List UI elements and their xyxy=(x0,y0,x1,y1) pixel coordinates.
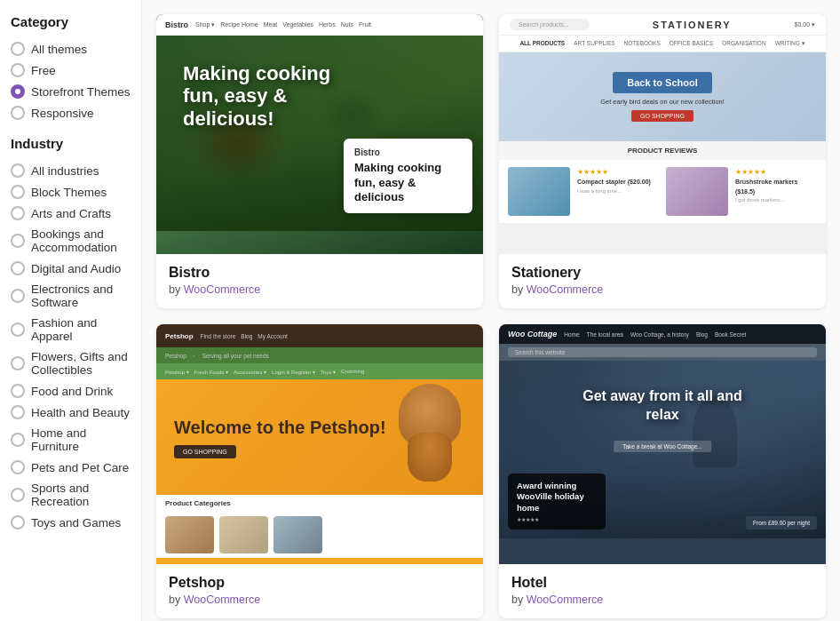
sidebar-item-pets[interactable]: Pets and Pet Care xyxy=(11,457,131,478)
stationery-cta: GO SHOPPING xyxy=(631,110,693,122)
radio-fashion xyxy=(11,322,25,337)
stationery-info: Stationery by WooCommerce xyxy=(499,254,826,308)
radio-all-industries xyxy=(11,163,25,178)
stationery-hero-badge: Back to School xyxy=(613,72,711,93)
sidebar-item-arts-crafts[interactable]: Arts and Crafts xyxy=(11,203,131,224)
hotel-name: Hotel xyxy=(511,575,813,591)
sidebar: Category All themes Free Storefront Them… xyxy=(0,0,142,621)
petshop-cta: GO SHOPPING xyxy=(174,445,236,458)
sidebar-item-all-industries[interactable]: All industries xyxy=(11,160,131,181)
sidebar-label-flowers: Flowers, Gifts and Collectibles xyxy=(31,350,131,377)
sidebar-item-toys[interactable]: Toys and Games xyxy=(11,512,131,533)
sidebar-item-electronics[interactable]: Electronics and Software xyxy=(11,279,131,313)
bistro-author-link[interactable]: WooCommerce xyxy=(184,283,261,296)
theme-card-stationery[interactable]: Search products... STATIONERY $0.00 ▾ AL… xyxy=(499,14,826,308)
radio-toys xyxy=(11,515,25,529)
sidebar-label-block-themes: Block Themes xyxy=(31,186,107,199)
bistro-by: by WooCommerce xyxy=(169,283,471,296)
hotel-hero-btn: Take a break at Woo Cottage... xyxy=(614,441,711,452)
stationery-hero-sub: Get early bird deals on our new collecti… xyxy=(600,98,725,106)
sidebar-item-free[interactable]: Free xyxy=(11,60,131,81)
sidebar-label-all-industries: All industries xyxy=(31,164,99,178)
stationery-preview: Search products... STATIONERY $0.00 ▾ AL… xyxy=(499,14,826,254)
hotel-preview: Woo Cottage HomeThe local areaWoo Cottag… xyxy=(499,324,826,564)
sidebar-item-health-beauty[interactable]: Health and Beauty xyxy=(11,402,131,423)
bistro-name: Bistro xyxy=(169,265,471,281)
main-content: Bistro Shop ▾Recipe HomeMeatVegetablesHe… xyxy=(142,0,840,621)
theme-card-petshop[interactable]: Petshop Find the storeBlogMy Account Pet… xyxy=(156,324,483,618)
sidebar-item-fashion[interactable]: Fashion and Apparel xyxy=(11,313,131,346)
radio-pets xyxy=(11,460,25,474)
petshop-author-link[interactable]: WooCommerce xyxy=(184,593,261,606)
hotel-logo: Woo Cottage xyxy=(508,330,557,338)
sidebar-label-food-drink: Food and Drink xyxy=(31,385,113,398)
radio-electronics xyxy=(11,289,25,303)
sidebar-item-storefront[interactable]: Storefront Themes xyxy=(11,81,131,102)
sidebar-label-all-themes: All themes xyxy=(31,43,87,56)
sidebar-item-food-drink[interactable]: Food and Drink xyxy=(11,380,131,402)
stationery-logo: STATIONERY xyxy=(653,20,732,30)
sidebar-item-all-themes[interactable]: All themes xyxy=(11,38,131,60)
theme-card-bistro[interactable]: Bistro Shop ▾Recipe HomeMeatVegetablesHe… xyxy=(156,14,483,308)
bistro-overlay-logo: Bistro xyxy=(354,147,462,157)
radio-all-themes xyxy=(11,42,25,56)
sidebar-item-sports[interactable]: Sports and Recreation xyxy=(11,478,131,512)
petshop-nav: Petshop Find the storeBlogMy Account xyxy=(156,324,483,347)
radio-block-themes xyxy=(11,185,25,199)
bistro-overlay-text: Making cooking fun, easy & delicious xyxy=(354,161,462,204)
bistro-nav-logo: Bistro xyxy=(165,20,188,29)
petshop-info: Petshop by WooCommerce xyxy=(156,564,483,618)
radio-responsive xyxy=(11,106,25,120)
hotel-nav-links: HomeThe local areaWoo Cottage, a history… xyxy=(564,331,746,338)
petshop-hero-text: Welcome to the Petshop! xyxy=(174,417,386,438)
sidebar-label-digital-audio: Digital and Audio xyxy=(31,262,121,275)
bistro-hero-text: Making cooking fun, easy & delicious! xyxy=(183,62,361,130)
radio-sports xyxy=(11,488,25,502)
hotel-card-sub: ★★★★★ xyxy=(517,516,597,522)
radio-storefront xyxy=(11,84,25,99)
sidebar-label-free: Free xyxy=(31,64,56,77)
hotel-nav: Woo Cottage HomeThe local areaWoo Cottag… xyxy=(499,324,826,344)
sidebar-item-bookings[interactable]: Bookings and Accommodation xyxy=(11,224,131,258)
theme-grid: Bistro Shop ▾Recipe HomeMeatVegetablesHe… xyxy=(156,14,826,618)
radio-bookings xyxy=(11,234,25,248)
hotel-author-link[interactable]: WooCommerce xyxy=(527,593,604,606)
sidebar-label-responsive: Responsive xyxy=(31,107,94,120)
category-section-title: Category xyxy=(11,14,131,29)
sidebar-item-block-themes[interactable]: Block Themes xyxy=(11,181,131,203)
stationery-author-link[interactable]: WooCommerce xyxy=(527,283,604,296)
sidebar-label-arts-crafts: Arts and Crafts xyxy=(31,207,111,220)
petshop-name: Petshop xyxy=(169,575,471,591)
petshop-preview: Petshop Find the storeBlogMy Account Pet… xyxy=(156,324,483,564)
sidebar-item-digital-audio[interactable]: Digital and Audio xyxy=(11,258,131,279)
sidebar-label-electronics: Electronics and Software xyxy=(31,283,131,309)
sidebar-label-storefront: Storefront Themes xyxy=(31,85,131,99)
sidebar-item-flowers[interactable]: Flowers, Gifts and Collectibles xyxy=(11,346,131,380)
petshop-categories-label: Product Categories xyxy=(156,495,483,512)
theme-card-hotel[interactable]: Woo Cottage HomeThe local areaWoo Cottag… xyxy=(499,324,826,618)
radio-free xyxy=(11,63,25,77)
sidebar-label-pets: Pets and Pet Care xyxy=(31,461,129,474)
stationery-name: Stationery xyxy=(511,265,813,281)
sidebar-item-home-furniture[interactable]: Home and Furniture xyxy=(11,423,131,457)
sidebar-label-home-furniture: Home and Furniture xyxy=(31,426,131,453)
bistro-preview: Bistro Shop ▾Recipe HomeMeatVegetablesHe… xyxy=(156,14,483,254)
sidebar-item-responsive[interactable]: Responsive xyxy=(11,102,131,123)
hotel-price-badge: From £89.00 per night xyxy=(746,516,817,529)
radio-arts-crafts xyxy=(11,206,25,220)
hotel-info: Hotel by WooCommerce xyxy=(499,564,826,618)
bistro-nav-items: Shop ▾Recipe HomeMeatVegetablesHerbsNuts… xyxy=(195,21,371,28)
hotel-card-title: Award winning WooVille holiday home xyxy=(517,481,597,514)
radio-health-beauty xyxy=(11,405,25,419)
radio-food-drink xyxy=(11,384,25,398)
sidebar-label-sports: Sports and Recreation xyxy=(31,482,131,508)
radio-flowers xyxy=(11,356,25,370)
sidebar-label-fashion: Fashion and Apparel xyxy=(31,316,131,343)
petshop-logo: Petshop xyxy=(165,332,194,340)
industry-section-title: Industry xyxy=(11,136,131,151)
stationery-by: by WooCommerce xyxy=(511,283,813,296)
petshop-by: by WooCommerce xyxy=(169,593,471,606)
sidebar-label-toys: Toys and Games xyxy=(31,516,121,529)
bistro-info: Bistro by WooCommerce xyxy=(156,254,483,308)
radio-home-furniture xyxy=(11,433,25,447)
